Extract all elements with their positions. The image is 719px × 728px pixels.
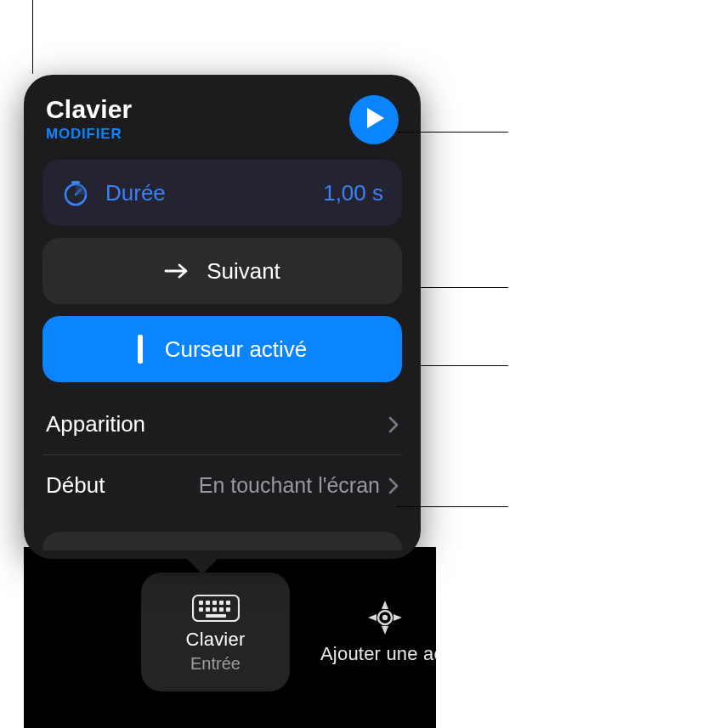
svg-rect-2 [206,601,210,605]
svg-rect-7 [206,607,210,612]
callout-leader-next [421,287,508,288]
screenshot-canvas: Clavier Entrée Ajouter une act [24,0,717,728]
svg-rect-15 [71,181,80,184]
duration-label: Durée [105,180,166,206]
svg-rect-9 [219,607,224,612]
duration-value: 1,00 s [323,180,383,206]
svg-rect-3 [212,601,217,605]
start-label: Début [46,472,105,499]
callout-leader-start [396,506,508,507]
appearance-row[interactable]: Apparition [42,394,402,454]
duration-row[interactable]: Durée 1,00 s [42,160,402,226]
animation-slot-subtitle: Entrée [190,654,241,674]
cursor-label: Curseur activé [165,336,308,363]
next-label: Suivant [207,258,280,285]
appearance-label: Apparition [46,411,145,437]
callout-leader-cursor [421,365,508,366]
popover-title: Clavier [46,95,132,124]
edit-button[interactable]: MODIFIER [46,126,132,143]
svg-rect-6 [199,607,203,612]
svg-rect-10 [226,607,230,612]
keyboard-icon [192,591,240,622]
animation-slot-title: Clavier [186,629,246,651]
timer-icon [61,178,90,207]
play-preview-button[interactable] [349,95,399,144]
start-value: En touchant l'écran [199,473,380,498]
svg-rect-11 [206,614,226,618]
svg-rect-8 [212,607,217,612]
next-animation-button[interactable]: Suivant [42,238,402,304]
arrow-right-icon [164,262,190,279]
chevron-right-icon [388,416,399,433]
cursor-on-button[interactable]: Curseur activé [42,316,402,382]
start-row[interactable]: Début En touchant l'écran [42,454,402,516]
add-action-label: Ajouter une act [320,643,436,665]
add-action-button[interactable]: Ajouter une act [310,573,436,691]
cutoff-row [42,532,402,550]
animation-settings-popover: Clavier MODIFIER Durée [24,75,421,559]
target-icon [366,599,404,636]
svg-rect-4 [219,601,224,605]
text-cursor-icon [138,335,143,364]
animation-slot-keyboard[interactable]: Clavier Entrée [141,573,290,691]
animation-order-bar: Clavier Entrée Ajouter une act [24,547,436,728]
svg-rect-5 [226,601,230,605]
svg-point-13 [382,615,387,620]
chevron-right-icon [388,477,399,494]
svg-rect-1 [199,601,203,605]
play-icon [362,106,386,133]
callout-leader-play [398,132,508,133]
